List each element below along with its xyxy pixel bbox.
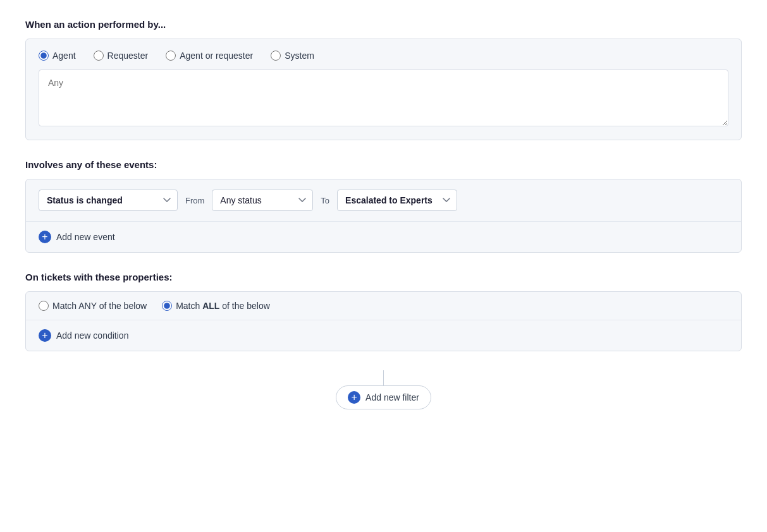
performer-radio-group: Agent Requester Agent or requester Syste… [39, 51, 728, 61]
events-card: Status is changed From Any status To Esc… [25, 179, 742, 253]
add-condition-row[interactable]: + Add new condition [26, 320, 741, 351]
match-all-label: Match ALL of the below [176, 301, 270, 311]
radio-requester[interactable]: Requester [94, 51, 149, 61]
properties-card: Match Match ANY of the belowANY of the b… [25, 291, 742, 351]
add-filter-label: Add new filter [365, 392, 419, 402]
match-row: Match Match ANY of the belowANY of the b… [26, 292, 741, 320]
event-row: Status is changed From Any status To Esc… [26, 179, 741, 222]
properties-section: On tickets with these properties: Match … [25, 272, 742, 351]
radio-agent-or-requester-label: Agent or requester [180, 51, 253, 61]
performer-textarea[interactable] [39, 70, 728, 126]
radio-agent-or-requester[interactable]: Agent or requester [166, 51, 253, 61]
from-label: From [185, 196, 204, 205]
radio-match-all[interactable]: Match ALL of the below [162, 301, 270, 311]
events-title: Involves any of these events: [25, 159, 742, 170]
properties-title: On tickets with these properties: [25, 272, 742, 282]
radio-match-any[interactable]: Match Match ANY of the belowANY of the b… [39, 301, 147, 311]
add-event-icon: + [39, 231, 51, 243]
when-section: When an action performed by... Agent Req… [25, 19, 742, 140]
add-condition-icon: + [39, 329, 51, 342]
to-label: To [321, 196, 329, 205]
add-condition-label: Add new condition [56, 330, 128, 341]
radio-agent[interactable]: Agent [39, 51, 76, 61]
add-event-row[interactable]: + Add new event [26, 222, 741, 252]
event-type-dropdown[interactable]: Status is changed [39, 190, 178, 211]
events-section: Involves any of these events: Status is … [25, 159, 742, 253]
radio-system[interactable]: System [271, 51, 314, 61]
from-status-dropdown[interactable]: Any status [212, 190, 313, 211]
add-event-label: Add new event [56, 232, 115, 242]
radio-system-label: System [285, 51, 314, 61]
add-filter-button[interactable]: + Add new filter [336, 385, 431, 409]
radio-agent-label: Agent [52, 51, 76, 61]
connector-line [383, 370, 384, 385]
to-status-dropdown[interactable]: Escalated to Experts [337, 190, 457, 211]
radio-requester-label: Requester [107, 51, 149, 61]
add-filter-icon: + [348, 391, 360, 404]
filter-connector: + Add new filter [25, 370, 742, 409]
match-any-label: Match Match ANY of the belowANY of the b… [52, 301, 147, 311]
when-title: When an action performed by... [25, 19, 742, 30]
when-card: Agent Requester Agent or requester Syste… [25, 39, 742, 140]
